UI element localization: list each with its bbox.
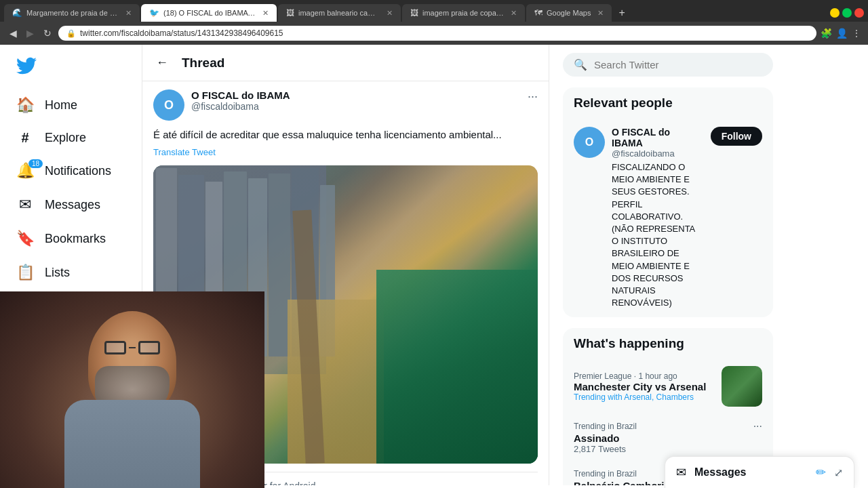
tab-title-2: (18) O FISCAL do IBAMA on Twit... (163, 9, 256, 17)
messages-bar-icon: ✉ (676, 465, 686, 480)
envelope-icon: ✉ (16, 196, 34, 214)
trending-item-2[interactable]: Trending in Brazil ··· Assinado 2,817 Tw… (563, 413, 773, 461)
browser-chrome: 🌊 Margamento de praia de Balneário Ca...… (0, 0, 868, 45)
trending-count-2: 2,817 Tweets (574, 444, 762, 454)
expand-icon[interactable]: ⤢ (834, 466, 843, 479)
tab-favicon-4: 🖼 (410, 8, 418, 18)
tab-title-4: imagem praia de copacabana 1950 - (422, 9, 504, 17)
maximize-button[interactable] (842, 8, 852, 18)
forward-nav-button[interactable]: ▶ (24, 26, 37, 40)
browser-tab-4[interactable]: 🖼 imagem praia de copacabana 1950 - ✕ (402, 4, 525, 22)
tab-close-5[interactable]: ✕ (597, 9, 604, 18)
author-handle[interactable]: @fiscaldoibama (191, 101, 521, 112)
search-box[interactable]: 🔍 (563, 53, 773, 77)
window-controls (830, 8, 864, 18)
sidebar-item-lists[interactable]: 📋 Lists (8, 257, 134, 288)
tab-title-5: Google Maps (547, 9, 591, 17)
tab-close-3[interactable]: ✕ (387, 9, 393, 18)
list-icon: 📋 (16, 264, 34, 281)
search-icon: 🔍 (574, 58, 587, 71)
sidebar-item-explore[interactable]: # Explore (8, 123, 134, 152)
tab-close-2[interactable]: ✕ (262, 9, 269, 18)
url-display: twitter.com/fiscaldoibama/status/1431342… (80, 28, 283, 38)
browser-tab-1[interactable]: 🌊 Margamento de praia de Balneário Ca...… (4, 4, 140, 22)
browser-tab-3[interactable]: 🖼 imagem balneario camboru obras fa... ✕ (278, 4, 401, 22)
tab-close-4[interactable]: ✕ (511, 9, 517, 18)
trending-label-3: Trending in Brazil (574, 469, 637, 479)
bookmark-icon: 🔖 (16, 230, 34, 247)
author-name[interactable]: O FISCAL do IBAMA (191, 89, 521, 101)
browser-tab-2[interactable]: 🐦 (18) O FISCAL do IBAMA on Twit... ✕ (141, 4, 277, 22)
person-avatar[interactable]: O (574, 127, 605, 158)
minimize-button[interactable] (830, 8, 840, 18)
sidebar-label-messages: Messages (45, 198, 100, 212)
relevant-person: O O FISCAL do IBAMA @fiscaldoibama FISCA… (563, 119, 773, 317)
relevant-people-panel: Relevant people O O FISCAL do IBAMA @fis… (563, 87, 773, 317)
browser-tab-5[interactable]: 🗺 Google Maps ✕ (526, 4, 612, 22)
twitter-logo[interactable] (8, 50, 134, 84)
messages-bar-label: Messages (694, 466, 808, 479)
person-info: O FISCAL do IBAMA @fiscaldoibama FISCALI… (612, 127, 704, 309)
tweet-author: O O FISCAL do IBAMA @fiscaldoibama ··· (153, 89, 538, 121)
trending-label-2: Trending in Brazil (574, 422, 637, 431)
webcam-overlay (0, 291, 264, 488)
person-avatar-letter: O (585, 136, 593, 148)
lock-icon: 🔒 (66, 29, 76, 38)
trending-item-1[interactable]: Premier League · 1 hour ago Manchester C… (563, 359, 773, 413)
trending-more-2[interactable]: ··· (753, 420, 762, 432)
close-button[interactable] (854, 8, 864, 18)
sidebar-item-notifications[interactable]: 🔔 18 Notifications (8, 155, 134, 186)
person-name[interactable]: O FISCAL do IBAMA (612, 127, 704, 148)
trending-thumb-1 (722, 366, 762, 407)
browser-toolbar: ◀ ▶ ↻ 🔒 twitter.com/fiscaldoibama/status… (0, 22, 868, 45)
notification-badge: 18 (28, 159, 43, 168)
sidebar-label-lists: Lists (45, 266, 70, 280)
address-bar[interactable]: 🔒 twitter.com/fiscaldoibama/status/14313… (58, 26, 816, 41)
back-nav-button[interactable]: ◀ (7, 26, 20, 40)
thread-title: Thread (182, 56, 224, 70)
sidebar-item-home[interactable]: 🏠 Home (8, 89, 134, 121)
trending-label-1: Premier League · 1 hour ago (574, 371, 706, 381)
trending-sub-1: Trending with Arsenal, Chambers (574, 392, 706, 402)
tab-title-3: imagem balneario camboru obras fa... (298, 9, 380, 17)
sidebar-label-bookmarks: Bookmarks (45, 232, 106, 246)
tab-title-1: Margamento de praia de Balneário Ca... (26, 9, 119, 17)
explore-icon: # (16, 130, 34, 146)
whats-happening-title: What's happening (563, 328, 773, 359)
sidebar-label-explore: Explore (45, 131, 86, 145)
tweet-more-button[interactable]: ··· (528, 89, 538, 104)
trending-header-2: Trending in Brazil ··· (574, 420, 762, 432)
search-input[interactable] (594, 59, 762, 70)
back-button[interactable]: ← (153, 53, 171, 73)
translate-link[interactable]: Translate Tweet (153, 147, 538, 157)
webcam-video (0, 291, 264, 488)
compose-icon[interactable]: ✏ (816, 465, 826, 480)
tweet-author-avatar[interactable]: O (153, 89, 184, 121)
extensions-button[interactable]: 🧩 (821, 28, 832, 39)
thread-header: ← Thread (142, 45, 549, 81)
follow-button[interactable]: Follow (711, 127, 762, 146)
tab-favicon-5: 🗺 (534, 8, 542, 18)
sidebar-item-bookmarks[interactable]: 🔖 Bookmarks (8, 223, 134, 254)
home-icon: 🏠 (16, 96, 34, 114)
tweet-text: É até difícil de acreditar que essa malu… (153, 127, 538, 143)
right-sidebar: 🔍 Relevant people O O FISCAL do IBAMA @f… (549, 45, 787, 485)
sidebar-item-messages[interactable]: ✉ Messages (8, 189, 134, 220)
trending-topic-2: Assinado (574, 432, 762, 444)
new-tab-button[interactable]: + (613, 4, 630, 22)
tab-favicon-3: 🖼 (286, 8, 294, 18)
author-info: O FISCAL do IBAMA @fiscaldoibama (191, 89, 521, 112)
browser-actions: 🧩 👤 ⋮ (821, 28, 861, 39)
tab-close-1[interactable]: ✕ (125, 9, 132, 18)
relevant-people-title: Relevant people (563, 87, 773, 119)
tab-favicon-2: 🐦 (149, 8, 159, 18)
browser-tabs: 🌊 Margamento de praia de Balneário Ca...… (0, 0, 868, 22)
trending-topic-1: Manchester City vs Arsenal (574, 381, 706, 392)
person-bio: FISCALIZANDO O MEIO AMBIENTE E SEUS GEST… (612, 161, 704, 309)
menu-button[interactable]: ⋮ (852, 28, 861, 39)
sidebar-label-home: Home (45, 98, 77, 113)
messages-bar[interactable]: ✉ Messages ✏ ⤢ (665, 456, 854, 488)
reload-button[interactable]: ↻ (41, 26, 54, 40)
account-button[interactable]: 👤 (836, 28, 848, 39)
person-handle[interactable]: @fiscaldoibama (612, 148, 704, 159)
